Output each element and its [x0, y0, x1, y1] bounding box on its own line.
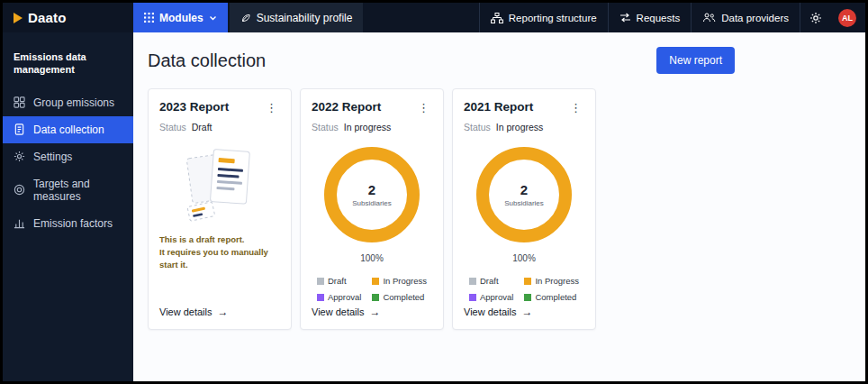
tab-sustainability-profile[interactable]: Sustainability profile	[230, 3, 364, 32]
sidebar-header: Emissions data management	[3, 41, 133, 89]
progress-percent: 100%	[360, 253, 384, 263]
modules-button[interactable]: Modules	[133, 3, 228, 32]
arrow-right-icon: →	[218, 306, 229, 318]
bar-chart-icon	[14, 217, 25, 229]
status-legend: Draft In Progress Approval Completed	[312, 276, 432, 302]
donut-center-label: Subsidiaries	[504, 199, 544, 207]
donut-center-value: 2	[520, 182, 528, 197]
subsidiaries-donut-chart: 2 Subsidiaries	[324, 147, 420, 242]
grid-icon	[144, 13, 154, 23]
target-icon	[14, 184, 25, 196]
legend-item-completed: Completed	[372, 292, 427, 302]
main-content: Data collection New report 2023 Report ⋮…	[133, 32, 865, 381]
kebab-menu-icon[interactable]: ⋮	[567, 100, 584, 115]
progress-percent: 100%	[512, 253, 536, 263]
donut-center-value: 2	[368, 182, 375, 197]
legend-item-completed: Completed	[524, 292, 579, 302]
status-value: In progress	[344, 122, 392, 133]
draft-report-illustration	[181, 142, 258, 228]
app-window: Daato Modules Sustainability profile Rep…	[0, 0, 868, 384]
status-label: Status	[159, 122, 186, 133]
requests-button[interactable]: Requests	[608, 3, 692, 32]
sidebar-item-settings[interactable]: Settings	[3, 143, 133, 170]
legend-item-approval: Approval	[317, 292, 362, 302]
legend-item-draft: Draft	[469, 276, 514, 286]
daato-logo-icon	[14, 13, 23, 23]
logo-text: Daato	[28, 10, 67, 25]
donut-center-label: Subsidiaries	[352, 199, 392, 207]
topbar-right: Reporting structure Requests Data provid…	[479, 3, 865, 32]
view-details-link[interactable]: View details→	[464, 306, 584, 318]
card-title: 2021 Report	[464, 100, 533, 114]
sustainability-label: Sustainability profile	[257, 12, 353, 24]
logo: Daato	[3, 3, 133, 32]
modules-label: Modules	[159, 12, 203, 24]
document-icon	[14, 123, 25, 135]
legend-swatch	[372, 278, 379, 285]
reporting-structure-button[interactable]: Reporting structure	[479, 3, 608, 32]
legend-swatch	[469, 294, 476, 301]
view-details-link[interactable]: View details→	[159, 306, 280, 318]
status-label: Status	[464, 122, 491, 133]
gear-icon	[809, 12, 822, 24]
sidebar-item-label: Emission factors	[33, 217, 113, 230]
sidebar-item-targets-and-measures[interactable]: Targets and measures	[3, 170, 133, 210]
sidebar-item-label: Targets and measures	[33, 178, 122, 203]
chevron-down-icon	[209, 15, 217, 21]
data-providers-label: Data providers	[721, 13, 789, 23]
data-providers-button[interactable]: Data providers	[691, 3, 800, 32]
leaf-icon	[240, 13, 251, 23]
legend-swatch	[317, 294, 324, 301]
legend-swatch	[317, 278, 324, 285]
sidebar-item-data-collection[interactable]: Data collection	[3, 116, 133, 143]
settings-gear-button[interactable]	[800, 3, 831, 32]
sidebar-item-label: Group emissions	[33, 96, 114, 109]
arrow-right-icon: →	[522, 306, 533, 318]
legend-swatch	[524, 278, 531, 285]
draft-note: This is a draft report. It requires you …	[159, 233, 280, 270]
user-avatar[interactable]: AL	[838, 9, 856, 27]
subsidiaries-donut-chart: 2 Subsidiaries	[476, 147, 572, 242]
sidebar-item-group-emissions[interactable]: Group emissions	[3, 89, 133, 116]
legend-item-draft: Draft	[317, 276, 362, 286]
legend-swatch	[469, 278, 476, 285]
legend-item-approval: Approval	[469, 292, 514, 302]
sidebar-item-label: Data collection	[33, 123, 104, 136]
sidebar-item-emission-factors[interactable]: Emission factors	[3, 210, 133, 237]
report-card-2021: 2021 Report ⋮ Status In progress 2 Subsi…	[452, 88, 596, 330]
status-label: Status	[312, 122, 339, 133]
view-details-link[interactable]: View details→	[312, 306, 432, 318]
topbar: Daato Modules Sustainability profile Rep…	[3, 3, 865, 32]
gear-icon	[14, 151, 25, 162]
requests-swap-icon	[619, 13, 631, 23]
status-value: In progress	[496, 122, 544, 133]
kebab-menu-icon[interactable]: ⋮	[263, 100, 280, 115]
legend-swatch	[372, 294, 379, 301]
sidebar: Emissions data management Group emission…	[3, 32, 133, 381]
status-legend: Draft In Progress Approval Completed	[464, 276, 584, 302]
status-value: Draft	[192, 122, 212, 133]
sitemap-icon	[491, 13, 503, 23]
report-card-2022: 2022 Report ⋮ Status In progress 2 Subsi…	[300, 88, 444, 330]
new-report-button[interactable]: New report	[656, 47, 735, 74]
people-icon	[702, 13, 716, 23]
report-card-2023: 2023 Report ⋮ Status Draft	[148, 88, 292, 330]
card-title: 2023 Report	[159, 100, 229, 114]
page-title: Data collection	[148, 50, 266, 71]
legend-swatch	[524, 294, 531, 301]
reporting-structure-label: Reporting structure	[509, 13, 597, 23]
legend-item-in-progress: In Progress	[372, 276, 427, 286]
report-cards-row: 2023 Report ⋮ Status Draft	[148, 88, 735, 330]
card-title: 2022 Report	[312, 100, 381, 114]
grid-2x2-icon	[14, 96, 25, 108]
arrow-right-icon: →	[370, 306, 381, 318]
sidebar-item-label: Settings	[33, 151, 72, 163]
requests-label: Requests	[637, 13, 681, 23]
kebab-menu-icon[interactable]: ⋮	[415, 100, 432, 115]
legend-item-in-progress: In Progress	[524, 276, 579, 286]
